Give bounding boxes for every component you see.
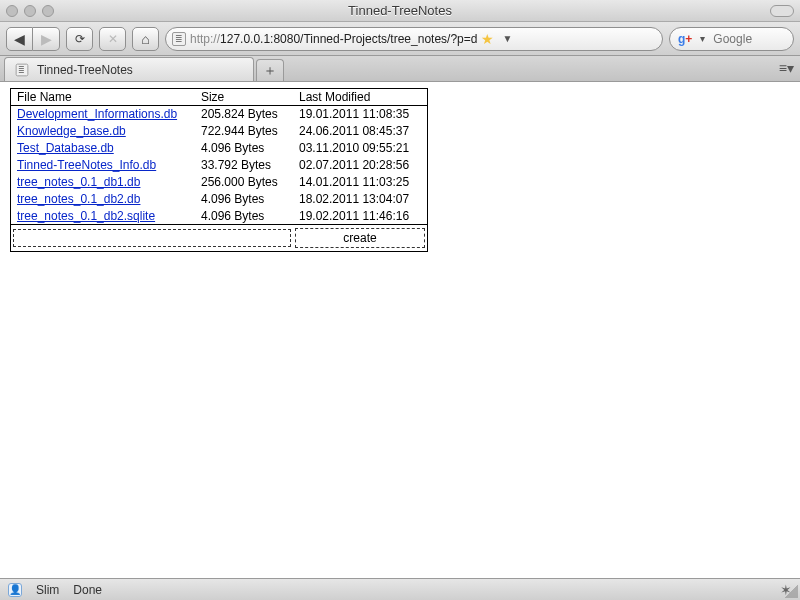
table-row: Test_Database.db4.096 Bytes03.11.2010 09…: [11, 140, 428, 157]
browser-toolbar: ◀ ▶ ⟳ ✕ ⌂ ≣ http://127.0.0.1:8080/Tinned…: [0, 22, 800, 56]
file-modified: 02.07.2011 20:28:56: [293, 157, 428, 174]
col-header-name: File Name: [11, 89, 195, 106]
tab-strip: ≣ Tinned-TreeNotes ＋ ≡▾: [0, 56, 800, 82]
search-box[interactable]: g+ ▾ 🔍: [669, 27, 794, 51]
file-link[interactable]: Development_Informations.db: [17, 107, 177, 121]
nav-back-forward: ◀ ▶: [6, 27, 60, 51]
file-modified: 19.01.2011 11:08:35: [293, 106, 428, 123]
table-header-row: File Name Size Last Modified: [11, 89, 428, 106]
create-button[interactable]: create: [295, 228, 425, 248]
back-button[interactable]: ◀: [6, 27, 33, 51]
col-header-size: Size: [195, 89, 293, 106]
file-link[interactable]: tree_notes_0.1_db2.db: [17, 192, 140, 206]
reload-icon: ⟳: [75, 32, 85, 46]
new-tab-button[interactable]: ＋: [256, 59, 284, 81]
stop-icon: ✕: [108, 32, 118, 46]
user-icon[interactable]: 👤: [8, 583, 22, 597]
file-size: 722.944 Bytes: [195, 123, 293, 140]
file-modified: 14.01.2011 11:03:25: [293, 174, 428, 191]
file-table: File Name Size Last Modified Development…: [10, 88, 428, 252]
tab-menu-icon[interactable]: ≡▾: [779, 60, 794, 76]
tab-favicon: ≣: [16, 63, 29, 76]
window-titlebar: Tinned-TreeNotes: [0, 0, 800, 22]
file-size: 205.824 Bytes: [195, 106, 293, 123]
file-size: 4.096 Bytes: [195, 191, 293, 208]
file-modified: 18.02.2011 13:04:07: [293, 191, 428, 208]
forward-button[interactable]: ▶: [33, 27, 60, 51]
col-header-modified: Last Modified: [293, 89, 428, 106]
file-size: 33.792 Bytes: [195, 157, 293, 174]
file-link[interactable]: tree_notes_0.1_db1.db: [17, 175, 140, 189]
stop-button[interactable]: ✕: [99, 27, 126, 51]
page-content: File Name Size Last Modified Development…: [0, 82, 800, 578]
file-modified: 03.11.2010 09:55:21: [293, 140, 428, 157]
bookmark-star-icon[interactable]: ★: [481, 31, 494, 47]
url-text: http://127.0.0.1:8080/Tinned-Projects/tr…: [190, 32, 477, 46]
search-input[interactable]: [713, 32, 800, 46]
status-bar: 👤 Slim Done ✶: [0, 578, 800, 600]
reload-button[interactable]: ⟳: [66, 27, 93, 51]
google-icon: g+: [678, 32, 692, 46]
arrow-right-icon: ▶: [41, 32, 52, 46]
table-row: Development_Informations.db205.824 Bytes…: [11, 106, 428, 123]
file-modified: 24.06.2011 08:45:37: [293, 123, 428, 140]
home-button[interactable]: ⌂: [132, 27, 159, 51]
tab-active[interactable]: ≣ Tinned-TreeNotes: [4, 57, 254, 81]
table-row: tree_notes_0.1_db1.db256.000 Bytes14.01.…: [11, 174, 428, 191]
feed-icon[interactable]: ≣: [172, 32, 186, 46]
file-link[interactable]: tree_notes_0.1_db2.sqlite: [17, 209, 155, 223]
table-row: Tinned-TreeNotes_Info.db33.792 Bytes02.0…: [11, 157, 428, 174]
arrow-left-icon: ◀: [14, 32, 25, 46]
window-resize-handle[interactable]: [784, 584, 798, 598]
create-name-input[interactable]: [13, 229, 291, 247]
file-modified: 19.02.2011 11:46:16: [293, 208, 428, 225]
url-history-dropdown[interactable]: ▼: [498, 33, 516, 44]
tab-title: Tinned-TreeNotes: [37, 63, 133, 77]
file-link[interactable]: Test_Database.db: [17, 141, 114, 155]
create-row: create: [11, 225, 428, 252]
search-engine-dropdown[interactable]: ▾: [696, 33, 709, 44]
file-link[interactable]: Tinned-TreeNotes_Info.db: [17, 158, 156, 172]
table-row: tree_notes_0.1_db2.db4.096 Bytes18.02.20…: [11, 191, 428, 208]
status-user: Slim: [36, 583, 59, 597]
home-icon: ⌂: [141, 31, 149, 47]
window-title: Tinned-TreeNotes: [0, 3, 800, 18]
file-size: 4.096 Bytes: [195, 140, 293, 157]
url-bar[interactable]: ≣ http://127.0.0.1:8080/Tinned-Projects/…: [165, 27, 663, 51]
status-state: Done: [73, 583, 102, 597]
file-link[interactable]: Knowledge_base.db: [17, 124, 126, 138]
file-size: 256.000 Bytes: [195, 174, 293, 191]
table-row: tree_notes_0.1_db2.sqlite4.096 Bytes19.0…: [11, 208, 428, 225]
table-row: Knowledge_base.db722.944 Bytes24.06.2011…: [11, 123, 428, 140]
file-size: 4.096 Bytes: [195, 208, 293, 225]
